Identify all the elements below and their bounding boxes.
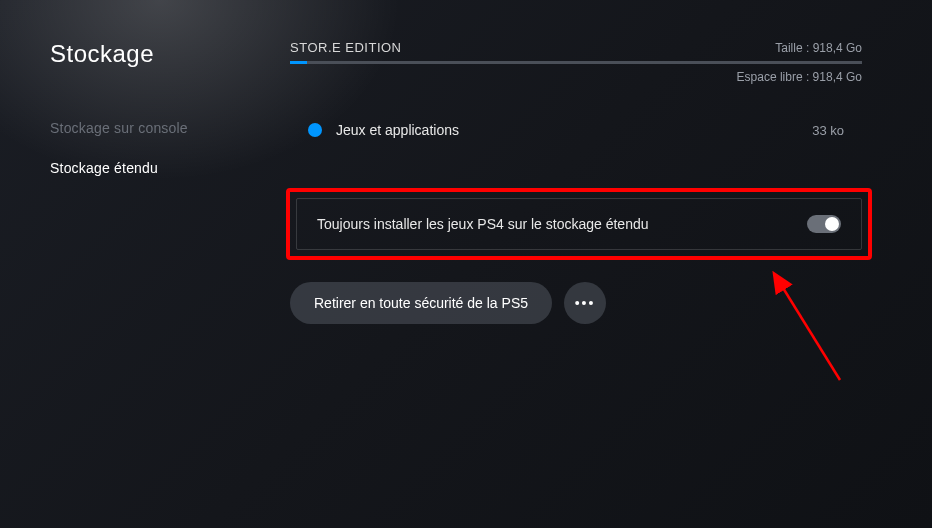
storage-device-name: STOR.E EDITION: [290, 40, 402, 55]
main-content: STOR.E EDITION Taille : 918,4 Go Espace …: [290, 40, 932, 528]
toggle-switch[interactable]: [807, 215, 841, 233]
category-value: 33 ko: [812, 123, 844, 138]
action-button-row: Retirer en toute sécurité de la PS5 •••: [290, 282, 862, 324]
storage-usage-bar: [290, 61, 862, 64]
more-options-button[interactable]: •••: [564, 282, 606, 324]
storage-free-space: Espace libre : 918,4 Go: [290, 70, 862, 84]
toggle-always-install-ps4[interactable]: Toujours installer les jeux PS4 sur le s…: [296, 198, 862, 250]
category-row-games-apps[interactable]: Jeux et applications 33 ko: [290, 112, 862, 148]
storage-total-size: Taille : 918,4 Go: [775, 41, 862, 55]
sidebar-item-extended-storage[interactable]: Stockage étendu: [50, 148, 290, 188]
category-label: Jeux et applications: [336, 122, 812, 138]
sidebar-item-console-storage[interactable]: Stockage sur console: [50, 108, 290, 148]
page-title: Stockage: [50, 40, 290, 68]
category-color-dot: [308, 123, 322, 137]
annotation-highlight-box: Toujours installer les jeux PS4 sur le s…: [286, 188, 872, 260]
toggle-label: Toujours installer les jeux PS4 sur le s…: [317, 216, 649, 232]
toggle-knob: [825, 217, 839, 231]
remove-safely-button[interactable]: Retirer en toute sécurité de la PS5: [290, 282, 552, 324]
storage-usage-fill: [290, 61, 307, 64]
more-icon: •••: [575, 295, 596, 311]
sidebar: Stockage sur console Stockage étendu: [50, 108, 290, 188]
storage-header: STOR.E EDITION Taille : 918,4 Go: [290, 40, 862, 55]
